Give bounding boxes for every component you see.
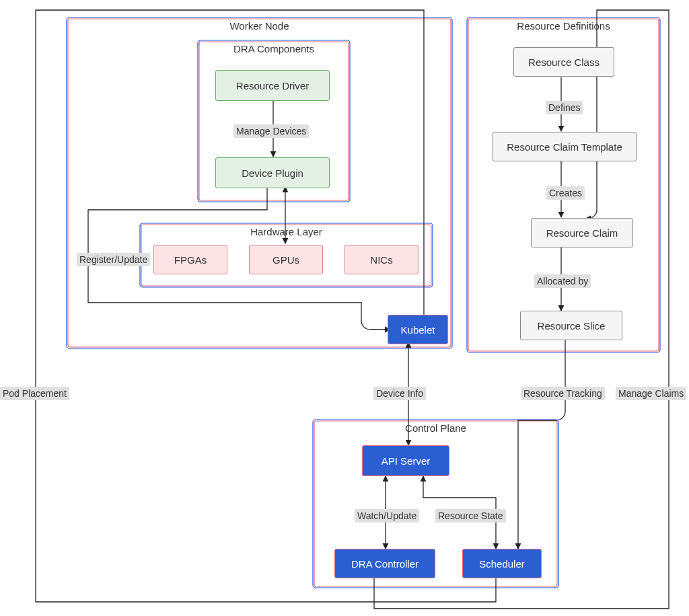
edge-defines: Defines [546,101,583,114]
group-worker-node-label: Worker Node [67,20,452,32]
node-device-plugin: Device Plugin [215,157,330,188]
node-scheduler: Scheduler [462,549,542,578]
node-api-server: API Server [362,445,449,476]
node-resource-driver: Resource Driver [215,70,330,101]
edge-watch-update: Watch/Update [355,509,419,523]
node-dra-controller: DRA Controller [334,549,435,578]
group-dra-components-label: DRA Components [198,43,350,54]
edge-manage-claims: Manage Claims [616,387,686,400]
node-nics: NICs [344,245,419,274]
edge-allocated-by: Allocated by [534,274,591,288]
edge-pod-placement: Pod Placement [0,387,69,400]
node-resource-slice: Resource Slice [520,311,622,340]
node-resource-claim-template: Resource Claim Template [493,132,637,161]
edge-manage-devices: Manage Devices [233,124,309,138]
group-control-plane-label: Control Plane [313,422,558,434]
edge-resource-tracking: Resource Tracking [521,387,605,400]
diagram-root: Worker Node DRA Components Hardware Laye… [0,0,689,616]
node-resource-claim: Resource Claim [531,218,633,247]
node-kubelet: Kubelet [388,315,448,344]
edge-resource-state: Resource State [435,509,506,523]
node-fpgas: FPGAs [153,245,227,274]
edge-device-info: Device Info [373,387,426,400]
group-resource-definitions-label: Resource Definitions [467,20,660,32]
node-resource-class: Resource Class [513,47,614,77]
node-gpus: GPUs [249,245,323,274]
edge-register-update: Register/Update [77,253,150,266]
edge-creates: Creates [546,186,585,200]
group-hardware-layer-label: Hardware Layer [140,226,433,237]
